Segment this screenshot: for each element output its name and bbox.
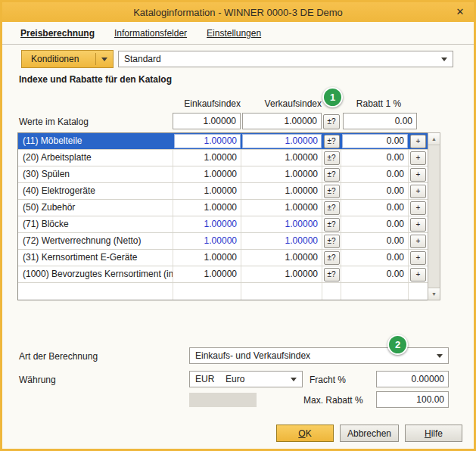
einkaufsindex-cell[interactable]: 1.00000 [173,266,241,282]
einkaufsindex-cell[interactable]: 1.00000 [173,200,241,216]
einkaufsindex-cell[interactable]: 1.00000 [173,183,241,199]
max-rabatt-label: Max. Rabatt % [303,395,363,406]
column-header-rabatt: Rabatt 1 % [341,98,417,109]
row-name: (11) Möbelteile [18,133,173,149]
einkaufsindex-cell [173,283,241,300]
section-title: Indexe und Rabatte für den Katalog [19,74,172,85]
rabatt-cell [341,283,409,300]
verkaufsindex-cell[interactable]: 1.00000 [241,166,322,182]
konditionen-profile-select[interactable]: Standard [118,51,453,67]
add-button[interactable]: + [410,235,426,248]
verkaufsindex-cell[interactable]: 1.00000 [241,216,322,232]
verkaufsindex-cell[interactable]: 1.00000 [241,266,322,282]
add-button[interactable]: + [410,201,426,215]
add-button[interactable]: + [410,135,426,148]
rabatt-cell[interactable]: 0.00 [342,134,408,148]
add-button[interactable]: + [410,151,426,165]
row-name [18,283,173,300]
rabatt-cell[interactable]: 0.00 [341,266,409,282]
plusminus-button[interactable]: ±? [324,201,340,215]
table-row-empty[interactable] [18,283,428,300]
einkaufsindex-cell[interactable]: 1.00000 [173,233,241,249]
einkaufsindex-cell[interactable]: 1.00000 [173,166,241,182]
max-rabatt-input[interactable]: 100.00 [376,391,449,408]
catalog-index-table: (11) Möbelteile 1.00000 1.00000 ±? 0.00 … [17,132,428,300]
plusminus-button[interactable]: ±? [324,251,340,265]
help-button[interactable]: Hilfe [405,425,462,442]
art-der-berechnung-value: Einkaufs- und Verkaufsindex [195,350,310,361]
add-button[interactable]: + [410,168,426,182]
plusminus-button[interactable]: ±? [324,168,340,182]
currency-code: EUR [195,374,226,384]
divider [95,53,96,65]
einkaufsindex-cell[interactable]: 1.00000 [173,250,241,266]
row-name: (30) Spülen [18,166,173,182]
plusminus-button[interactable]: ±? [324,151,340,165]
verkaufsindex-cell[interactable]: 1.00000 [242,134,322,148]
add-button[interactable]: + [410,185,426,198]
table-row[interactable]: (31) Kernsortiment E-Geräte 1.00000 1.00… [18,250,428,266]
plusminus-button[interactable]: ±? [324,235,340,248]
verkaufsindex-cell[interactable]: 1.00000 [241,200,322,216]
verkaufsindex-cell[interactable]: 1.00000 [241,250,322,266]
einkaufsindex-cell[interactable]: 1.00000 [173,216,241,232]
chevron-down-icon [291,378,297,381]
plusminus-button[interactable]: ±? [324,218,340,232]
table-row[interactable]: (20) Arbeitsplatte 1.00000 1.00000 ±? 0.… [18,150,428,166]
verkaufsindex-cell[interactable]: 1.00000 [241,183,322,199]
verkaufsindex-cell[interactable]: 1.00000 [241,150,322,166]
table-scrollbar[interactable]: ▲ ▼ [428,132,440,300]
waehrung-label: Währung [19,375,56,385]
tab-bar: Preisberechnung Informationsfelder Einst… [2,22,474,45]
art-der-berechnung-select[interactable]: Einkaufs- und Verkaufsindex [189,347,449,364]
plusminus-button[interactable]: ±? [324,268,340,281]
plusminus-button[interactable]: ±? [323,114,340,129]
scroll-down-button[interactable]: ▼ [428,288,440,300]
werte-verkaufsindex-input[interactable]: 1.00000 [242,113,322,129]
scrollbar-track[interactable] [428,145,440,288]
rabatt-cell[interactable]: 0.00 [341,183,409,199]
rabatt-cell[interactable]: 0.00 [341,250,409,266]
add-button[interactable]: + [410,268,426,281]
profile-value: Standard [124,54,161,64]
einkaufsindex-cell[interactable]: 1.00000 [174,134,241,148]
tab-preisberechnung[interactable]: Preisberechnung [16,25,99,42]
column-header-einkaufsindex: Einkaufsindex [173,98,241,109]
rabatt-cell[interactable]: 0.00 [341,166,409,182]
add-button[interactable]: + [410,218,426,232]
waehrung-select[interactable]: EUR Euro [189,371,303,387]
verkaufsindex-cell[interactable]: 1.00000 [241,233,322,249]
werte-einkaufsindex-input[interactable]: 1.00000 [173,113,241,129]
plusminus-button[interactable]: ±? [324,185,340,198]
table-row[interactable]: (11) Möbelteile 1.00000 1.00000 ±? 0.00 … [18,133,428,150]
einkaufsindex-cell[interactable]: 1.00000 [173,150,241,166]
scroll-up-button[interactable]: ▲ [428,133,440,145]
werte-rabatt-input[interactable]: 0.00 [343,113,417,129]
row-name: (50) Zubehör [18,200,173,216]
table-row[interactable]: (71) Blöcke 1.00000 1.00000 ±? 0.00 + [18,216,428,233]
konditionen-button[interactable]: Konditionen [21,50,114,68]
close-icon[interactable]: ✕ [453,5,467,19]
plusminus-button[interactable]: ±? [324,135,340,148]
currency-name: Euro [226,374,244,384]
row-name: (1000) Bevorzugtes Kernsortiment (import… [18,266,173,282]
scrollbar-thumb[interactable] [428,145,440,288]
fracht-input[interactable]: 0.00000 [376,371,449,387]
ok-button[interactable]: OK [276,425,334,442]
row-name: (20) Arbeitsplatte [18,150,173,166]
cancel-button[interactable]: Abbrechen [340,425,399,442]
tab-informationsfelder[interactable]: Informationsfelder [110,25,191,42]
table-row[interactable]: (40) Elektrogeräte 1.00000 1.00000 ±? 0.… [18,183,428,200]
tab-einstellungen[interactable]: Einstellungen [202,25,266,42]
table-row[interactable]: (30) Spülen 1.00000 1.00000 ±? 0.00 + [18,166,428,183]
table-row[interactable]: (1000) Bevorzugtes Kernsortiment (import… [18,266,428,283]
table-row[interactable]: (50) Zubehör 1.00000 1.00000 ±? 0.00 + [18,200,428,216]
row-name: (40) Elektrogeräte [18,183,173,199]
rabatt-cell[interactable]: 0.00 [341,233,409,249]
add-button[interactable]: + [410,251,426,265]
rabatt-cell[interactable]: 0.00 [341,150,409,166]
rabatt-cell[interactable]: 0.00 [341,200,409,216]
rabatt-cell[interactable]: 0.00 [341,216,409,232]
chevron-down-icon [441,58,447,61]
table-row[interactable]: (72) Wertverrechnung (Netto) 1.00000 1.0… [18,233,428,250]
